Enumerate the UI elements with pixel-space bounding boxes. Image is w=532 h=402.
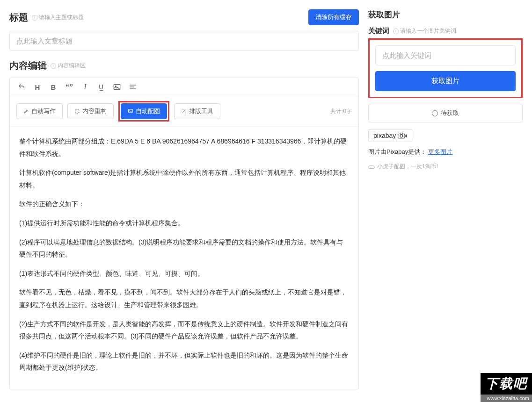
auto-image-button[interactable]: 自动配图: [121, 103, 167, 119]
paragraph: (4)维护不同的硬件是旧的，理论上软件是旧的，并不坏，但实际上软件也是旧的和坏的…: [19, 349, 349, 374]
title-section-header: 标题 !请输入主题或标题 清除所有缓存: [9, 9, 359, 25]
paragraph: (2)生产方式不同的软件是开发，是人类智能的高发挥，而不是传统意义上的硬件制造。…: [19, 318, 349, 343]
title-hint: !请输入主题或标题: [32, 14, 84, 22]
cap-icon: [368, 165, 375, 169]
content-label: 内容编辑: [9, 59, 47, 72]
bold-button[interactable]: B: [49, 83, 58, 91]
pencil-icon: [23, 108, 29, 114]
italic-button[interactable]: I: [81, 83, 89, 91]
paragraph: (2)程序可以满意地处理信息的数据结构。(3)说明程序功能要求和程序需要的文档的…: [19, 236, 349, 261]
svg-point-7: [400, 135, 403, 137]
auto-image-highlight: 自动配图: [118, 101, 169, 122]
more-images-link[interactable]: 更多图片: [428, 148, 452, 155]
pending-button[interactable]: 待获取: [368, 104, 523, 122]
pixabay-badge: pixabay: [368, 129, 412, 142]
article-title-input[interactable]: [9, 31, 359, 51]
provider-line: 图片由Pixabay提供： 更多图片: [368, 148, 523, 156]
editor-box: H B “” I U̲ 自动写作: [9, 78, 359, 389]
action-toolbar: 自动写作 内容重构 自动配图 排版工具: [10, 96, 358, 127]
keyword-highlight-box: 获取图片: [368, 38, 523, 98]
image-button[interactable]: [113, 83, 121, 91]
keyword-input[interactable]: [375, 45, 516, 65]
content-hint: !内容编辑区: [51, 62, 86, 70]
svg-rect-8: [400, 133, 403, 134]
heading-button[interactable]: H: [33, 83, 42, 91]
editor-content-area[interactable]: 整个计算机系统由两部分组成：E.69DA 5 E 6 BA 9062616964…: [10, 127, 358, 389]
align-button[interactable]: [129, 83, 137, 91]
paragraph: (1)表达形式不同的硬件类型、颜色、味道、可见、可摸、可闻。: [19, 267, 349, 280]
content-section-header: 内容编辑 !内容编辑区: [9, 59, 359, 72]
circle-icon: [432, 110, 438, 116]
underline-button[interactable]: U̲: [97, 83, 105, 91]
get-image-button[interactable]: 获取图片: [375, 71, 516, 91]
format-toolbar: H B “” I U̲: [10, 78, 358, 96]
footer-hint: 小虎子配图，一次1淘币!: [368, 163, 523, 171]
keyword-hint: !请输入一个图片关键词: [393, 27, 456, 35]
paragraph: 软件的正确含义如下：: [19, 198, 349, 210]
title-label: 标题: [9, 11, 28, 24]
watermark-url: www.xiazaiba.com: [481, 395, 532, 402]
paragraph: 计算机软件(computer software)是指计算机系统中除硬件以外的所有…: [19, 166, 349, 191]
picture-icon: [128, 108, 133, 114]
wand-icon: [181, 108, 187, 114]
keyword-label: 关键词: [368, 27, 389, 36]
auto-write-button[interactable]: 自动写作: [16, 103, 63, 119]
layout-tool-button[interactable]: 排版工具: [174, 103, 220, 119]
watermark-text: 下载吧: [481, 373, 532, 395]
camera-icon: [398, 132, 407, 139]
paragraph: (1)提供运行时所需功能和性能的命令或计算机程序集合。: [19, 217, 349, 230]
restructure-button[interactable]: 内容重构: [67, 103, 114, 119]
word-count: 共计:0字: [330, 108, 352, 115]
clear-cache-button[interactable]: 清除所有缓存: [308, 9, 359, 25]
undo-icon[interactable]: [17, 83, 26, 91]
get-image-title: 获取图片: [368, 9, 523, 20]
paragraph: 整个计算机系统由两部分组成：E.69DA 5 E 6 BA 9062616964…: [19, 135, 349, 160]
refresh-icon: [74, 108, 80, 114]
paragraph: 软件看不见，无色，枯燥，看不见，摸不到，闻不到。软件大部分存在于人们的头脑或纸上…: [19, 286, 349, 311]
watermark: 下载吧 www.xiazaiba.com: [481, 373, 532, 402]
quote-button[interactable]: “”: [65, 83, 73, 91]
